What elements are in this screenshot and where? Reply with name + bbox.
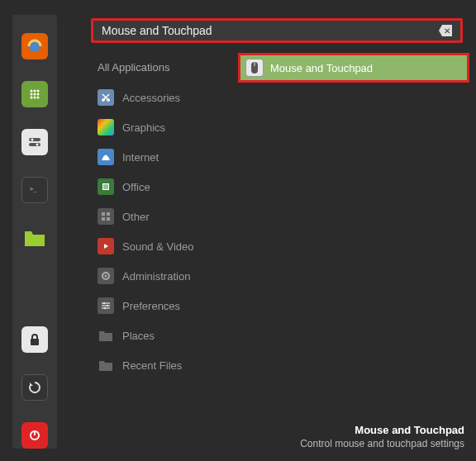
terminal-icon[interactable]: >_	[21, 177, 48, 203]
svg-text:>_: >_	[30, 186, 37, 192]
svg-rect-31	[102, 305, 110, 307]
recent-files-icon	[98, 357, 114, 373]
start-menu: ✕ All Applications Accessories Graphics …	[66, 0, 476, 461]
svg-point-5	[34, 93, 36, 96]
other-icon	[98, 208, 114, 225]
svg-point-1	[31, 90, 33, 93]
svg-rect-30	[102, 302, 110, 304]
search-input[interactable]	[102, 24, 439, 37]
power-icon[interactable]	[21, 422, 48, 449]
category-list: All Applications Accessories Graphics In…	[98, 55, 238, 380]
category-administration[interactable]: Administration	[98, 261, 238, 291]
svg-rect-26	[102, 217, 105, 221]
clear-search-icon[interactable]: ✕	[439, 25, 452, 36]
category-sound-video[interactable]: Sound & Video	[98, 231, 238, 261]
result-mouse-and-touchpad[interactable]: Mouse and Touchpad	[238, 53, 469, 83]
svg-rect-11	[29, 143, 40, 146]
category-label: All Applications	[98, 61, 169, 74]
graphics-icon	[98, 119, 114, 135]
svg-rect-25	[107, 212, 110, 216]
category-label: Recent Files	[122, 359, 182, 372]
svg-point-33	[103, 302, 106, 305]
scissors-icon	[98, 89, 114, 106]
svg-rect-24	[102, 212, 105, 216]
category-label: Graphics	[122, 121, 165, 134]
category-other[interactable]: Other	[98, 202, 238, 231]
settings-panel-icon[interactable]	[21, 129, 48, 155]
apps-icon[interactable]	[21, 81, 48, 107]
svg-point-4	[31, 93, 33, 96]
files-icon[interactable]	[21, 225, 48, 251]
lock-icon[interactable]	[21, 326, 48, 353]
svg-point-3	[37, 90, 40, 93]
svg-point-13	[36, 144, 39, 146]
sound-video-icon	[98, 238, 114, 254]
svg-point-9	[37, 97, 40, 99]
reload-icon[interactable]	[21, 374, 48, 401]
category-places[interactable]: Places	[98, 321, 238, 350]
category-graphics[interactable]: Graphics	[98, 112, 238, 142]
category-label: Internet	[122, 151, 159, 164]
svg-point-8	[34, 97, 36, 99]
description-footer: Mouse and Touchpad Control mouse and tou…	[300, 424, 464, 449]
svg-rect-27	[107, 217, 110, 221]
footer-title: Mouse and Touchpad	[300, 424, 464, 436]
category-label: Accessories	[122, 92, 180, 104]
preferences-icon	[98, 297, 114, 314]
category-accessories[interactable]: Accessories	[98, 83, 238, 112]
search-results: Mouse and Touchpad	[238, 53, 469, 83]
firefox-icon[interactable]	[21, 33, 48, 59]
svg-point-6	[37, 93, 40, 96]
svg-point-2	[34, 90, 36, 93]
category-office[interactable]: Office	[98, 172, 238, 202]
svg-point-34	[107, 305, 109, 307]
result-label: Mouse and Touchpad	[270, 62, 373, 74]
places-icon	[98, 327, 114, 344]
search-field-highlight: ✕	[91, 18, 463, 43]
category-preferences[interactable]: Preferences	[98, 291, 238, 321]
svg-point-12	[31, 139, 34, 141]
footer-description: Control mouse and touchpad settings	[300, 438, 464, 449]
svg-rect-10	[29, 138, 40, 141]
category-label: Sound & Video	[122, 240, 194, 253]
svg-rect-15	[31, 339, 39, 345]
launcher-panel: >_	[12, 15, 57, 449]
mouse-icon	[245, 59, 264, 77]
category-all-applications[interactable]: All Applications	[98, 55, 238, 79]
category-label: Other	[122, 211, 150, 223]
category-label: Administration	[122, 270, 190, 283]
category-label: Office	[122, 181, 150, 193]
category-label: Preferences	[122, 300, 180, 312]
office-icon	[98, 178, 114, 195]
internet-icon	[98, 149, 114, 165]
category-recent-files[interactable]: Recent Files	[98, 350, 238, 380]
svg-point-7	[31, 97, 33, 99]
svg-point-35	[104, 307, 107, 310]
category-label: Places	[122, 330, 155, 342]
category-internet[interactable]: Internet	[98, 142, 238, 172]
administration-icon	[98, 268, 114, 284]
svg-point-29	[105, 275, 107, 278]
